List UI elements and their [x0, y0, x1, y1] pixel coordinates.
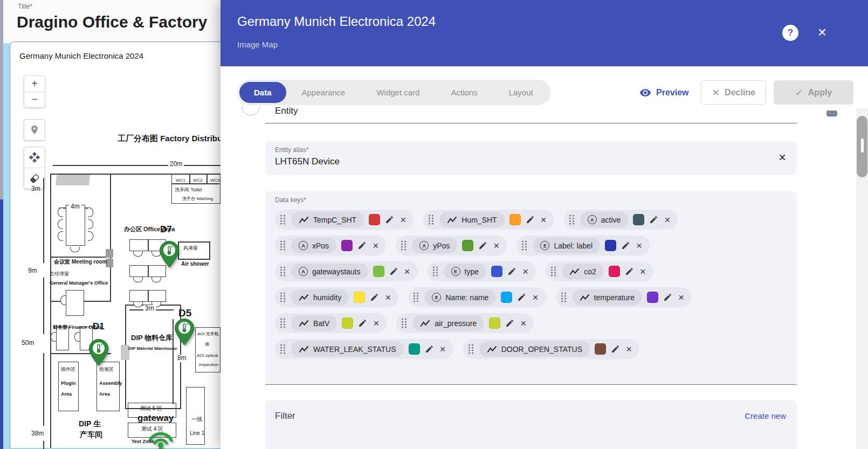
remove-icon[interactable]: × [399, 215, 407, 225]
color-swatch[interactable] [373, 266, 384, 277]
color-swatch[interactable] [501, 292, 512, 303]
key-name-pill[interactable]: AyPos [412, 238, 457, 253]
clear-icon[interactable]: × [779, 151, 786, 164]
key-name-pill[interactable]: co2 [562, 264, 604, 279]
datasource-type-value[interactable]: Entity [275, 106, 298, 116]
data-key-chip[interactable]: co2× [546, 261, 653, 281]
tab-appearance[interactable]: Appearance [286, 82, 361, 103]
tab-layout[interactable]: Layout [493, 82, 549, 103]
drag-handle-icon[interactable] [432, 266, 439, 277]
key-name-pill[interactable]: Agatewaystauts [291, 264, 368, 279]
remove-icon[interactable]: × [403, 266, 411, 277]
drag-handle-icon[interactable] [412, 292, 419, 303]
help-icon[interactable]: ? [782, 25, 798, 41]
remove-icon[interactable]: × [639, 266, 647, 277]
drag-handle-icon[interactable] [279, 240, 286, 251]
data-key-chip[interactable]: AyPos× [396, 236, 507, 255]
color-swatch[interactable] [509, 214, 521, 225]
entity-alias-value[interactable]: LHT65N Device [275, 156, 340, 167]
key-name-pill[interactable]: temperature [572, 289, 642, 305]
tab-widget-card[interactable]: Widget card [361, 82, 435, 103]
edit-icon[interactable] [389, 267, 398, 276]
color-swatch[interactable] [491, 266, 502, 277]
data-key-chip[interactable]: WATER_LEAK_STATUS× [275, 339, 453, 359]
remove-icon[interactable]: × [519, 318, 527, 328]
remove-icon[interactable]: × [531, 292, 539, 302]
edit-icon[interactable] [663, 293, 672, 302]
remove-icon[interactable]: × [439, 344, 447, 354]
edit-icon[interactable] [611, 344, 620, 354]
data-key-chip[interactable]: Agatewaystauts× [275, 261, 418, 281]
drag-handle-icon[interactable] [568, 214, 575, 225]
apply-button[interactable]: ✓ Apply [774, 80, 853, 105]
key-name-pill[interactable]: ELabel: label [533, 238, 600, 253]
remove-icon[interactable]: × [540, 215, 548, 225]
entity-alias-field[interactable]: Entity alias* LHT65N Device × [265, 141, 797, 175]
drag-handle-icon[interactable] [521, 240, 528, 251]
key-name-pill[interactable]: WATER_LEAK_STATUS [291, 341, 404, 357]
remove-icon[interactable]: × [372, 318, 380, 328]
remove-icon[interactable]: × [384, 292, 392, 302]
color-swatch[interactable] [462, 240, 473, 251]
color-swatch[interactable] [595, 343, 606, 355]
device-marker-d5[interactable]: F [174, 318, 195, 346]
key-name-pill[interactable]: Aactive [580, 212, 629, 227]
key-name-pill[interactable]: Etype [444, 264, 486, 279]
drag-handle-icon[interactable] [400, 240, 407, 251]
remove-icon[interactable]: × [663, 215, 671, 225]
color-swatch[interactable] [369, 214, 380, 225]
remove-icon[interactable]: × [521, 266, 529, 277]
drag-handle-icon[interactable] [279, 343, 286, 355]
key-name-pill[interactable]: TempC_SHT [291, 212, 364, 227]
device-marker-d7[interactable]: F [159, 240, 180, 268]
data-key-chip[interactable]: EName: name× [408, 287, 546, 307]
drag-handle-icon[interactable] [279, 266, 286, 277]
drag-handle-icon[interactable] [428, 214, 435, 225]
preview-button[interactable]: Preview [636, 81, 692, 105]
remove-icon[interactable]: × [492, 240, 500, 251]
color-swatch[interactable] [341, 240, 353, 251]
device-marker-d1[interactable]: F [88, 339, 109, 367]
drag-handle-icon[interactable] [279, 214, 286, 225]
key-name-pill[interactable]: Hum_SHT [439, 212, 504, 227]
close-icon[interactable]: × [814, 24, 831, 41]
drag-handle-icon[interactable] [467, 343, 474, 355]
edit-icon[interactable] [625, 267, 634, 276]
edit-icon[interactable] [621, 241, 630, 250]
color-swatch[interactable] [633, 214, 644, 225]
edit-icon[interactable] [507, 267, 516, 276]
color-swatch[interactable] [647, 292, 658, 303]
create-new-link[interactable]: Create new [745, 411, 786, 420]
data-key-chip[interactable]: air_pressure× [396, 313, 534, 333]
color-swatch[interactable] [489, 317, 500, 329]
edit-icon[interactable] [385, 215, 394, 224]
edit-icon[interactable] [517, 293, 526, 302]
edit-icon[interactable] [505, 319, 514, 328]
data-key-chip[interactable]: Aactive× [564, 210, 678, 230]
data-key-chip[interactable]: BatV× [275, 313, 387, 333]
key-name-pill[interactable]: AxPos [291, 238, 336, 253]
color-swatch[interactable] [605, 240, 616, 251]
remove-icon[interactable]: × [371, 240, 380, 251]
drag-handle-icon[interactable] [401, 317, 408, 329]
key-name-pill[interactable]: DOOR_OPEN_STATUS [479, 341, 590, 357]
drag-handle-icon[interactable] [279, 317, 286, 329]
edit-icon[interactable] [370, 293, 379, 302]
edit-icon[interactable] [478, 241, 487, 250]
color-swatch[interactable] [409, 343, 420, 355]
data-key-chip[interactable]: humidity× [275, 287, 398, 307]
drag-handle-icon[interactable] [560, 292, 567, 303]
edit-icon[interactable] [358, 319, 367, 328]
key-name-pill[interactable]: air_pressure [412, 315, 484, 331]
edit-icon[interactable] [649, 215, 658, 224]
remove-icon[interactable]: × [625, 344, 633, 354]
data-key-chip[interactable]: TempC_SHT× [275, 210, 414, 230]
drag-handle-icon[interactable] [550, 266, 557, 277]
data-key-chip[interactable]: temperature× [556, 287, 692, 307]
color-swatch[interactable] [354, 292, 365, 303]
data-key-chip[interactable]: Hum_SHT× [423, 210, 554, 230]
remove-icon[interactable]: × [677, 292, 685, 302]
key-name-pill[interactable]: EName: name [424, 289, 496, 305]
tab-actions[interactable]: Actions [435, 82, 493, 103]
edit-icon[interactable] [526, 215, 535, 224]
